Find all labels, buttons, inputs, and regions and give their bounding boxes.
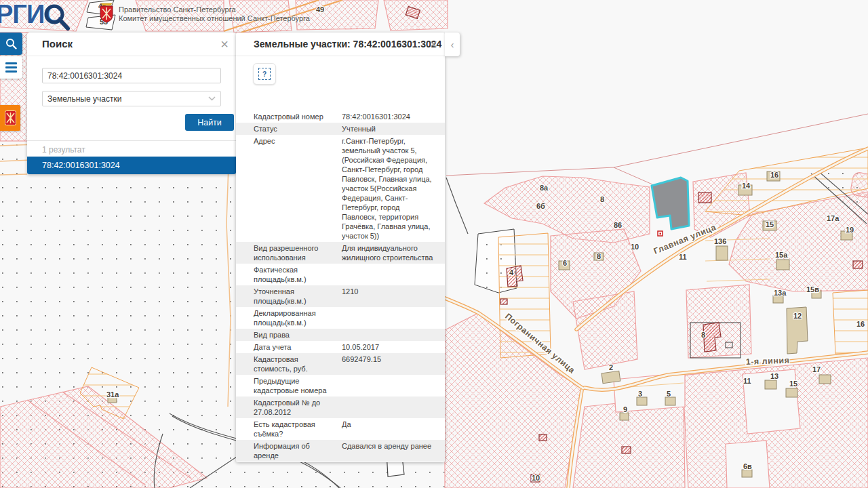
search-input[interactable] [42,68,221,83]
table-row: Вид разрешенного использованияДля индиви… [236,242,445,264]
spb-crest-icon [99,3,114,23]
results-count: 1 результат [42,145,85,155]
parcel-label: 12 [793,312,802,320]
parcel-label: 15в [806,285,819,293]
table-row: Информация об арендеСдавался в аренду ра… [236,440,445,462]
parcel-label: 13 [770,372,778,380]
parcel-label: 19 [846,226,854,234]
search-category-select[interactable]: Земельные участки [42,91,221,106]
table-row: Кадастровый номер78:42:0016301:3024 [236,110,445,123]
rgis-app: Главная улица Пограничная улица 1-я лини… [0,0,868,488]
parcel-label: 15 [789,380,797,388]
close-icon[interactable]: × [429,35,437,53]
spb-crest-small-icon [5,110,16,125]
parcel-label: 3 [638,390,642,398]
parcel-label: 16 [770,171,778,179]
table-row: Адресг.Санкт-Петербург, земельный участо… [236,135,445,242]
table-row: Дата учета10.05.2017 [236,341,445,353]
gov-line1: Правительство Санкт-Петербурга [119,5,310,14]
search-icon [5,38,17,49]
search-tool-button[interactable] [0,33,22,55]
table-row: Есть кадастровая съёмка?Да [236,418,445,440]
parcel-label: 86 [614,221,622,229]
table-row: Кадастровый № до 27.08.2012 [236,396,445,418]
parcel-label: 17 [812,365,821,373]
rgis-logo: РГИС [0,0,62,29]
collapse-panel-button[interactable]: ‹ [445,33,460,56]
parcel-label: 14 [742,182,751,190]
table-row: СтатусУчтенный [236,123,445,135]
chevron-left-icon: ‹ [451,39,454,50]
table-row: Фактическая площадь(кв.м.) [236,264,445,285]
close-icon[interactable]: × [220,35,229,53]
parcel-label: 6б [536,202,545,210]
object-selection-icon: ? [258,68,271,80]
layers-menu-button[interactable] [0,56,22,79]
parcel-label: 13а [774,289,787,297]
divider [27,140,236,141]
parcel-label: 8 [701,331,705,339]
spb-services-button[interactable] [0,105,20,131]
search-panel: Поиск × Земельные участки Найти 1 резуль… [27,33,236,174]
parcel-label: 136 [714,237,726,245]
hamburger-icon [5,62,17,73]
street-label: 1-я линия [746,356,790,367]
search-result-item[interactable]: 78:42:0016301:3024 [27,157,236,174]
details-panel-title: Земельные участки: 78:42:0016301:3024 [254,33,441,56]
parcel-label: 5 [667,390,671,398]
highlight-object-button[interactable]: ? [253,63,276,85]
government-block: Правительство Санкт-Петербурга Комитет и… [99,3,310,23]
parcel-label: 8 [600,195,604,203]
parcel-label: 15а [775,251,788,259]
parcel-label: 11 [679,253,687,261]
parcel-label: 6 [563,259,567,267]
details-panel: Земельные участки: 78:42:0016301:3024 × … [236,33,445,462]
table-row: Кадастровая стоимость, руб.6692479.15 [236,353,445,375]
parcel-label: 6в [743,462,752,470]
search-panel-header: Поиск × [27,33,236,56]
find-button[interactable]: Найти [185,114,234,131]
details-panel-header: Земельные участки: 78:42:0016301:3024 × [236,33,445,56]
chevron-down-icon [208,96,216,101]
table-row: Предыдущие кадастровые номера [236,375,445,396]
parcel-label: 8а [540,184,549,192]
parcel-label: 10 [631,243,639,251]
parcel-label: 49 [316,5,324,14]
search-panel-title: Поиск [42,33,73,56]
table-row: Уточненная площадь(кв.м.)1210 [236,285,445,307]
gov-line2: Комитет имущественных отношений Санкт-Пе… [119,14,310,23]
table-row: Декларированная площадь(кв.м.) [236,307,445,329]
parcel-label: 4 [509,268,514,277]
table-row: Вид права [236,329,445,341]
parcel-label: 15 [766,220,774,228]
attributes-table: Кадастровый номер78:42:0016301:3024 Стат… [236,110,445,462]
parcel-label: 31а [106,390,119,399]
parcel-label: 17а [827,214,840,222]
search-category-value: Земельные участки [47,94,121,104]
parcel-label: 2 [609,363,613,371]
parcel-label: 8 [597,252,601,260]
parcel-label: 16 [856,320,865,328]
magnifier-logo-icon [41,1,72,33]
parcel-label: 10 [532,474,540,482]
parcel-label: 11 [743,377,751,385]
parcel-label: 9 [623,405,627,413]
